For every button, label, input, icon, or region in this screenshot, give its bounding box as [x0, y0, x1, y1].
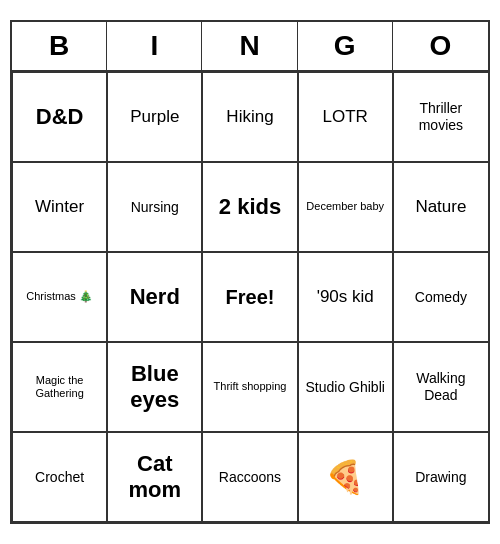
bingo-cell: 2 kids: [202, 162, 297, 252]
cell-text: Magic the Gathering: [19, 374, 100, 400]
bingo-cell: Free!: [202, 252, 297, 342]
bingo-cell: D&D: [12, 72, 107, 162]
cell-text: Thriller movies: [400, 100, 482, 134]
bingo-cell: 🍕: [298, 432, 393, 522]
header-letter: O: [393, 22, 488, 70]
cell-text: LOTR: [323, 107, 368, 127]
cell-text: Walking Dead: [400, 370, 482, 404]
cell-text: Purple: [130, 107, 179, 127]
cell-text: '90s kid: [317, 287, 374, 307]
cell-text: Nerd: [130, 284, 180, 310]
bingo-cell: Thriller movies: [393, 72, 488, 162]
cell-text: Drawing: [415, 469, 466, 486]
bingo-cell: Thrift shopping: [202, 342, 297, 432]
bingo-cell: Christmas 🎄: [12, 252, 107, 342]
header-letter: I: [107, 22, 202, 70]
cell-text: 🍕: [325, 458, 365, 496]
cell-text: Free!: [226, 285, 275, 309]
cell-text: Nursing: [131, 199, 179, 216]
cell-text: Crochet: [35, 469, 84, 486]
header-letter: N: [202, 22, 297, 70]
bingo-card: BINGO D&DPurpleHikingLOTRThriller movies…: [10, 20, 490, 524]
cell-text: Hiking: [226, 107, 273, 127]
bingo-cell: December baby: [298, 162, 393, 252]
bingo-cell: Comedy: [393, 252, 488, 342]
cell-text: Nature: [415, 197, 466, 217]
bingo-cell: Nature: [393, 162, 488, 252]
cell-text: Thrift shopping: [214, 380, 287, 393]
cell-text: Raccoons: [219, 469, 281, 486]
bingo-cell: Nursing: [107, 162, 202, 252]
bingo-cell: Nerd: [107, 252, 202, 342]
bingo-cell: Walking Dead: [393, 342, 488, 432]
cell-text: December baby: [306, 200, 384, 213]
cell-text: Studio Ghibli: [306, 379, 385, 396]
bingo-cell: Crochet: [12, 432, 107, 522]
bingo-header: BINGO: [12, 22, 488, 72]
bingo-cell: Studio Ghibli: [298, 342, 393, 432]
header-letter: G: [298, 22, 393, 70]
bingo-cell: Raccoons: [202, 432, 297, 522]
bingo-cell: Hiking: [202, 72, 297, 162]
cell-text: Comedy: [415, 289, 467, 306]
bingo-cell: Drawing: [393, 432, 488, 522]
bingo-cell: Winter: [12, 162, 107, 252]
cell-text: 2 kids: [219, 194, 281, 220]
bingo-grid: D&DPurpleHikingLOTRThriller moviesWinter…: [12, 72, 488, 522]
cell-text: D&D: [36, 104, 84, 130]
cell-text: Christmas 🎄: [26, 290, 93, 303]
header-letter: B: [12, 22, 107, 70]
bingo-cell: '90s kid: [298, 252, 393, 342]
cell-text: Blue eyes: [114, 361, 195, 414]
cell-text: Cat mom: [114, 451, 195, 504]
bingo-cell: Blue eyes: [107, 342, 202, 432]
bingo-cell: Purple: [107, 72, 202, 162]
bingo-cell: Cat mom: [107, 432, 202, 522]
bingo-cell: Magic the Gathering: [12, 342, 107, 432]
bingo-cell: LOTR: [298, 72, 393, 162]
cell-text: Winter: [35, 197, 84, 217]
